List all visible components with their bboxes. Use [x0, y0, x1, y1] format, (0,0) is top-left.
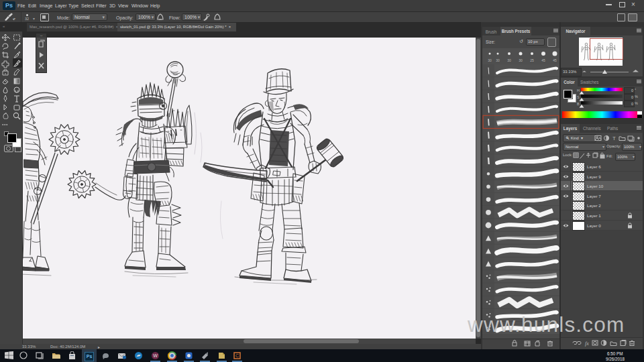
svg-text:30: 30 [507, 58, 511, 62]
svg-text:C: C [235, 353, 239, 358]
svg-text:30: 30 [519, 58, 523, 62]
svg-text:T: T [612, 135, 616, 141]
svg-text:25: 25 [530, 58, 534, 62]
svg-text:45: 45 [553, 58, 557, 62]
svg-text:45: 45 [541, 58, 545, 62]
svg-text:30: 30 [488, 58, 492, 62]
svg-text:30: 30 [496, 58, 500, 62]
svg-text:W: W [153, 353, 158, 358]
svg-text:fx: fx [585, 341, 589, 347]
